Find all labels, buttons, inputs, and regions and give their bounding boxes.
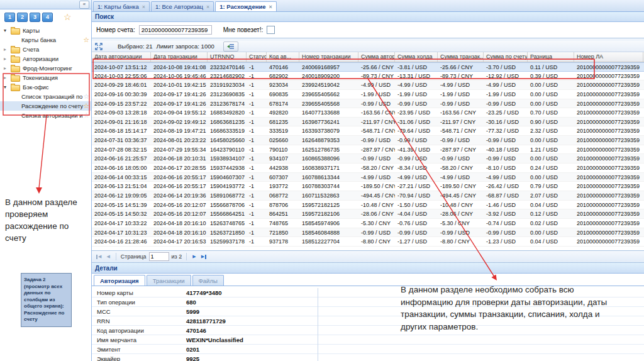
expand-arrow-icon[interactable]: ▸ [4,56,11,62]
table-row[interactable]: 2024-09-29 18:46:012024-10-01 19:42:1523… [92,81,644,90]
table-cell: -1 [247,237,267,246]
column-header[interactable]: Сумма холда [395,52,438,62]
table-row[interactable]: 2024-06-13 21:51:042024-06-16 20:55:1715… [92,182,644,191]
first-page-button[interactable]: ◀ [94,254,103,259]
table-cell: -77.32 / USD [484,126,528,135]
quick-button-1[interactable]: 1 [4,13,15,22]
close-icon[interactable]: × [206,4,209,9]
column-header[interactable]: Номер транзакции [299,52,358,62]
quick-button-2[interactable]: 2 [17,13,28,22]
table-row[interactable]: 2024-06-16 21:25:572024-06-18 20:10:3115… [92,154,644,164]
column-header[interactable]: UTRNNO [208,52,247,62]
sidebar-item-3[interactable]: ▸Авторизации [0,54,91,64]
export-button[interactable] [223,42,238,52]
expand-arrow-icon[interactable]: ▸ [4,47,11,52]
tab-vse-avtorizacii[interactable]: 1: Все Авторизац × [151,1,214,11]
sidebar-item-1[interactable]: Карты банка☆ [0,35,91,45]
account-number-input[interactable] [139,25,212,35]
table-row[interactable]: 2024-04-17 10:33:222024-04-18 20:16:1015… [92,219,644,228]
table-cell: 721850 [267,228,299,237]
tab-tranzakcii[interactable]: Транзакции [147,275,191,286]
table-cell: -41.39 / USD [395,145,438,154]
last-page-button[interactable]: ▶ [200,254,208,259]
lucky-checkbox[interactable] [267,26,275,34]
table-cell: -3.92 / USD [484,209,528,218]
lucky-label: Мне повезет!: [223,26,264,33]
column-header[interactable]: Номер ЛА [574,52,643,62]
table-row[interactable]: 2024-08-18 15:14:172024-08-19 19:47:2116… [92,126,644,136]
fit-screen-icon[interactable] [95,43,103,50]
close-icon[interactable]: × [142,4,145,9]
prev-page-button[interactable]: ◀ [105,254,111,259]
tab-fajly[interactable]: Файлы [192,275,224,286]
table-cell: 20100000000077239359 [574,237,643,246]
sidebar-item-8[interactable]: Расхождение по счету☆ [0,101,91,111]
table-row[interactable]: 2024-07-31 03:36:372024-08-01 20:23:2216… [92,136,644,145]
sidebar-collapse-button[interactable]: « [79,1,89,9]
table-cell: 158512227704 [299,237,358,246]
tab-rashozhdenie[interactable]: 1: Расхождение × [215,1,277,11]
table-row[interactable]: 2024-09-01 21:16:182024-09-02 19:49:1216… [92,118,644,127]
column-header[interactable]: Код ав... [267,52,299,62]
table-cell: 2024-04-16 21:28:46 [92,237,151,246]
table-row[interactable]: 2024-06-16 18:05:002024-06-17 20:28:5515… [92,164,644,173]
table-row[interactable]: 2024-09-03 13:28:182024-09-04 19:55:1216… [92,108,644,118]
table-cell: 0.12 / USD [528,209,574,218]
sidebar-item-0[interactable]: ▾Карты [0,26,91,35]
column-header[interactable]: Сумма автори... [358,52,395,62]
table-cell: 158545974906 [299,219,358,228]
table-cell: 16686333519 [208,126,247,135]
favorite-star-icon[interactable]: ☆ [83,92,89,101]
quick-button-4[interactable]: 4 [42,13,53,22]
expand-arrow-icon[interactable]: ▸ [4,75,11,81]
favorite-star-icon[interactable]: ☆ [83,36,89,44]
table-row[interactable]: 2024-10-03 22:55:062024-10-06 19:45:4623… [92,72,644,81]
detail-label: MCC [92,308,186,315]
favorites-star-icon[interactable]: ☆ [64,13,72,21]
table-cell: 15938934107 [208,154,247,163]
column-header[interactable]: Дата транзакции [151,52,208,62]
column-header[interactable]: Сумма по счету [484,52,528,62]
table-row[interactable]: 2024-09-15 23:57:222024-09-17 19:41:2623… [92,99,644,109]
column-header[interactable]: Сумма транзак... [438,52,484,62]
column-header[interactable]: Дата авторизации [92,52,151,62]
table-row[interactable]: 2024-06-12 19:09:052024-06-14 20:19:3615… [92,191,644,201]
page-number-input[interactable] [149,252,169,261]
table-cell: -89.73 / CNY [358,72,395,81]
column-header[interactable]: Разница [528,52,574,62]
table-row[interactable]: 2024-05-15 14:50:322024-05-16 20:12:0715… [92,209,644,219]
table-row[interactable]: 2024-04-16 21:28:462024-04-17 20:16:5315… [92,237,644,247]
close-icon[interactable]: × [269,4,272,9]
collapse-arrow-icon[interactable]: ▾ [4,84,11,90]
favorite-star-icon[interactable]: ☆ [83,111,89,119]
sidebar-item-9[interactable]: Связка авторизации и тр☆ [0,111,91,120]
table-cell: -1.99 / USD [484,90,528,99]
table-cell: 20100000000077239359 [574,209,643,218]
table-cell: 2024-09-02 19:49:12 [151,118,208,126]
collapse-arrow-icon[interactable]: ▾ [4,28,11,33]
sidebar-item-7[interactable]: Список транзакций по сч☆ [0,92,91,101]
table-cell: 2024-05-15 14:51:39 [92,201,151,209]
expand-arrow-icon[interactable]: ▸ [4,65,11,71]
table-cell: -8.80 / CNY [358,237,395,246]
column-header[interactable]: Статус [247,52,267,62]
sidebar-item-5[interactable]: ▸Токенизация [0,73,91,82]
next-page-button[interactable]: ▶ [191,254,197,259]
table-cell: -1.23 / USD [484,237,528,246]
sidebar-item-4[interactable]: ▸Фрод-Мониторинг [0,64,91,73]
quick-button-3[interactable]: 3 [30,13,40,22]
table-row[interactable]: 2024-04-17 10:31:232024-04-18 20:16:1015… [92,228,644,238]
tab-avtorizaciya[interactable]: Авторизация [94,275,145,286]
table-row[interactable]: 2024-10-07 13:51:122024-10-08 19:41:0823… [92,62,644,72]
table-row[interactable]: 2024-05-15 14:51:392024-05-16 20:12:0715… [92,201,644,210]
favorite-star-icon[interactable]: ☆ [83,102,89,110]
table-row[interactable]: 2024-07-28 08:32:152024-07-29 19:55:3416… [92,145,644,155]
detail-label: Номер карты [92,289,186,296]
table-row[interactable]: 2024-09-16 00:30:392024-09-17 19:41:2623… [92,90,644,99]
sidebar-item-2[interactable]: ▸Счета [0,45,91,54]
table-row[interactable]: 2024-06-14 00:33:152024-06-16 20:55:1715… [92,173,644,182]
table-cell: -13.31 / USD [395,72,438,81]
table-cell: -0.99 / USD [395,136,438,145]
sidebar-item-6[interactable]: ▾Бэк-офис [0,82,91,92]
tab-karty-banka[interactable]: 1: Карты банка × [93,1,150,11]
